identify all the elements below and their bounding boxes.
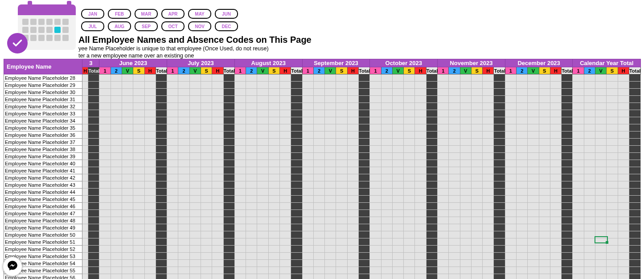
cell[interactable] (595, 96, 607, 103)
cell[interactable] (404, 189, 415, 196)
cell[interactable] (325, 124, 336, 131)
cell[interactable] (618, 96, 629, 103)
employee-row[interactable]: Employee Name Placeholder 46 (4, 203, 641, 210)
cell[interactable] (584, 238, 595, 246)
cell[interactable] (212, 124, 223, 131)
cell[interactable] (280, 167, 291, 174)
cell[interactable] (573, 260, 584, 267)
cell[interactable] (404, 246, 415, 253)
cell[interactable] (460, 260, 471, 267)
cell[interactable] (528, 146, 539, 153)
cell[interactable] (268, 196, 279, 203)
total-cell[interactable] (291, 124, 302, 131)
total-cell[interactable] (88, 82, 99, 89)
total-cell[interactable] (291, 189, 302, 196)
cell[interactable] (460, 210, 471, 217)
cell[interactable] (584, 260, 595, 267)
cell[interactable] (336, 82, 347, 89)
cell[interactable] (189, 231, 201, 238)
cell[interactable] (449, 74, 460, 82)
cell[interactable] (99, 196, 111, 203)
cell[interactable] (370, 210, 381, 217)
cell[interactable] (438, 153, 449, 160)
cell[interactable] (246, 110, 257, 117)
total-cell[interactable] (223, 131, 234, 139)
cell[interactable] (415, 167, 426, 174)
cell[interactable] (404, 124, 415, 131)
cell[interactable] (99, 210, 111, 217)
cell[interactable] (122, 224, 133, 231)
total-cell[interactable] (494, 160, 505, 167)
cell[interactable] (257, 131, 268, 139)
cell[interactable] (178, 274, 189, 279)
cell[interactable] (607, 253, 618, 260)
cell[interactable] (212, 74, 223, 82)
cell[interactable] (607, 274, 618, 279)
cell[interactable] (505, 146, 516, 153)
cell[interactable] (404, 82, 415, 89)
total-cell[interactable] (629, 231, 640, 238)
total-cell[interactable] (359, 267, 370, 274)
total-cell[interactable] (562, 246, 573, 253)
cell[interactable] (505, 167, 516, 174)
cell[interactable] (550, 231, 561, 238)
total-cell[interactable] (629, 146, 640, 153)
cell[interactable] (370, 203, 381, 210)
cell[interactable] (99, 89, 111, 96)
cell[interactable] (302, 181, 313, 189)
cell[interactable] (268, 246, 279, 253)
cell[interactable] (517, 117, 528, 124)
total-cell[interactable] (562, 210, 573, 217)
total-cell[interactable] (426, 89, 437, 96)
cell[interactable] (460, 167, 471, 174)
employee-row[interactable]: Employee Name Placeholder 56 (4, 274, 641, 279)
cell[interactable] (404, 89, 415, 96)
cell[interactable] (347, 117, 358, 124)
cell[interactable] (347, 110, 358, 117)
cell[interactable] (302, 153, 313, 160)
employee-row[interactable]: Employee Name Placeholder 28 (4, 74, 641, 82)
total-cell[interactable] (291, 238, 302, 246)
cell[interactable] (528, 231, 539, 238)
cell[interactable] (336, 74, 347, 82)
total-cell[interactable] (156, 217, 167, 224)
cell[interactable] (133, 203, 144, 210)
cell[interactable] (584, 189, 595, 196)
cell[interactable] (550, 274, 561, 279)
total-cell[interactable] (494, 74, 505, 82)
cell[interactable] (539, 117, 550, 124)
cell[interactable] (201, 189, 212, 196)
cell[interactable] (325, 224, 336, 231)
cell[interactable] (550, 189, 561, 196)
cell[interactable] (381, 82, 392, 89)
cell[interactable] (325, 267, 336, 274)
cell[interactable] (370, 181, 381, 189)
cell[interactable] (483, 139, 494, 146)
cell[interactable] (483, 174, 494, 181)
cell[interactable] (404, 74, 415, 82)
cell[interactable] (460, 103, 471, 110)
employee-name-cell[interactable]: Employee Name Placeholder 28 (4, 74, 82, 82)
cell[interactable] (268, 103, 279, 110)
employee-name-cell[interactable]: Employee Name Placeholder 30 (4, 89, 82, 96)
cell[interactable] (133, 231, 144, 238)
cell[interactable] (471, 224, 482, 231)
cell[interactable] (584, 203, 595, 210)
total-cell[interactable] (629, 246, 640, 253)
total-cell[interactable] (88, 196, 99, 203)
total-cell[interactable] (156, 181, 167, 189)
cell[interactable] (449, 217, 460, 224)
cell[interactable] (471, 267, 482, 274)
cell[interactable] (347, 82, 358, 89)
cell[interactable] (584, 253, 595, 260)
cell[interactable] (595, 217, 607, 224)
cell[interactable] (460, 267, 471, 274)
cell[interactable] (82, 89, 88, 96)
cell[interactable] (189, 117, 201, 124)
cell[interactable] (370, 82, 381, 89)
cell[interactable] (212, 82, 223, 89)
employee-row[interactable]: Employee Name Placeholder 37 (4, 139, 641, 146)
cell[interactable] (111, 189, 122, 196)
cell[interactable] (573, 146, 584, 153)
cell[interactable] (257, 196, 268, 203)
